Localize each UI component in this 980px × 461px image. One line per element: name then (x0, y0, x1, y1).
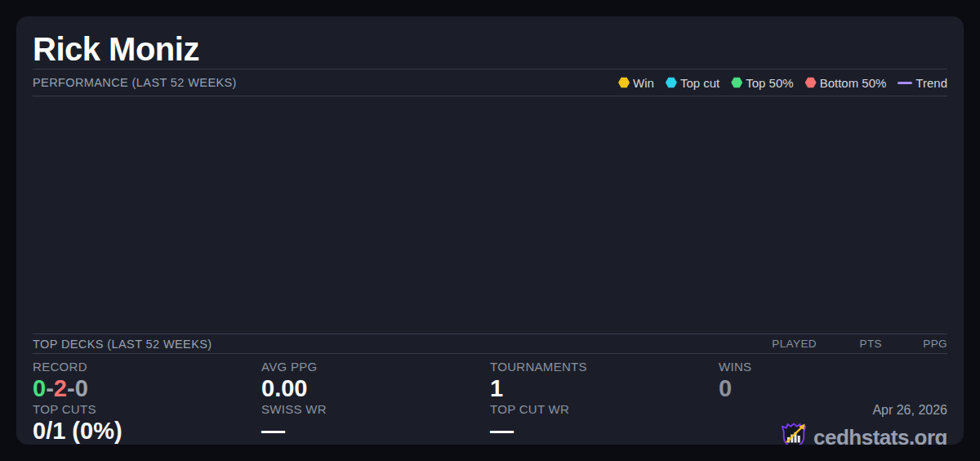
stat-wins: WINS 0 (719, 360, 947, 402)
stat-wins-label: WINS (719, 360, 947, 374)
stat-avg-ppg-label: AVG PPG (261, 360, 490, 374)
top-decks-header-row: TOP DECKS (LAST 52 WEEKS) PLAYED PTS PPG (33, 334, 947, 353)
legend-label-trend: Trend (915, 76, 947, 90)
performance-chart (33, 96, 947, 333)
site-link[interactable]: cedhstats.org (781, 422, 947, 445)
stat-avg-ppg: AVG PPG 0.00 (261, 360, 490, 402)
bottom-50-marker-icon (805, 77, 817, 88)
stat-top-cut-wr-label: TOP CUT WR (490, 402, 719, 416)
record-separator: - (67, 375, 75, 401)
record-losses: 2 (54, 375, 67, 401)
chart-legend: Win Top cut Top 50% Bottom 50% Trend (618, 76, 947, 90)
legend-item-bottom-50[interactable]: Bottom 50% (805, 76, 887, 90)
performance-section-header: PERFORMANCE (LAST 52 WEEKS) (33, 76, 237, 89)
column-header-pts: PTS (817, 338, 882, 350)
legend-item-top-cut[interactable]: Top cut (666, 76, 719, 90)
stat-top-cuts-value: 0/1 (0%) (33, 418, 261, 445)
top-decks-column-headers: PLAYED PTS PPG (751, 338, 947, 350)
column-header-played: PLAYED (751, 338, 817, 350)
stat-tournaments-label: TOURNAMENTS (490, 360, 719, 374)
legend-label-top-cut: Top cut (680, 76, 719, 90)
stat-tournaments: TOURNAMENTS 1 (490, 360, 719, 402)
trend-line-icon (898, 82, 912, 84)
legend-label-bottom-50: Bottom 50% (820, 76, 887, 90)
stats-summary: RECORD 0-2-0 AVG PPG 0.00 TOURNAMENTS 1 … (33, 354, 947, 445)
top-50-marker-icon (731, 77, 742, 88)
column-header-ppg: PPG (882, 338, 947, 350)
stat-tournaments-value: 1 (490, 375, 719, 402)
player-stats-card: Rick Moniz PERFORMANCE (LAST 52 WEEKS) W… (16, 16, 964, 445)
legend-item-win[interactable]: Win (618, 76, 654, 90)
win-marker-icon (618, 77, 630, 88)
stat-swiss-wr-label: SWISS WR (261, 402, 490, 416)
top-cut-marker-icon (666, 77, 677, 88)
stat-top-cuts: TOP CUTS 0/1 (0%) (33, 402, 261, 445)
stat-record: RECORD 0-2-0 (33, 360, 261, 402)
record-draws: 0 (75, 375, 88, 401)
legend-item-trend[interactable]: Trend (898, 76, 947, 90)
legend-item-top-50[interactable]: Top 50% (731, 76, 793, 90)
stat-top-cut-wr-value: — (490, 418, 719, 445)
report-date: Apr 26, 2026 (872, 402, 947, 418)
stat-swiss-wr: SWISS WR — (261, 402, 490, 445)
footer-branding: Apr 26, 2026 cedhstats.org (719, 402, 947, 445)
stat-swiss-wr-value: — (261, 418, 490, 445)
cedhstats-shield-logo-icon (781, 422, 807, 445)
stat-wins-value: 0 (719, 375, 947, 402)
stat-top-cuts-label: TOP CUTS (33, 402, 261, 416)
record-wins: 0 (33, 375, 46, 401)
performance-header-row: PERFORMANCE (LAST 52 WEEKS) Win Top cut … (33, 69, 947, 96)
top-decks-section-header: TOP DECKS (LAST 52 WEEKS) (33, 338, 212, 351)
stat-avg-ppg-value: 0.00 (261, 375, 490, 402)
record-separator: - (46, 375, 54, 401)
site-name: cedhstats.org (813, 425, 947, 445)
stat-top-cut-wr: TOP CUT WR — (490, 402, 719, 445)
page-title: Rick Moniz (33, 31, 947, 67)
legend-label-win: Win (633, 76, 654, 90)
stat-record-value: 0-2-0 (33, 375, 261, 402)
stat-record-label: RECORD (33, 360, 261, 374)
legend-label-top-50: Top 50% (746, 76, 793, 90)
